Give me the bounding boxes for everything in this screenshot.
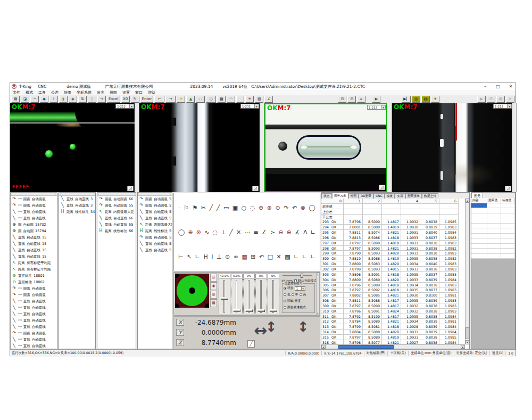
palette-tool-icon[interactable]: ⊗ [301, 204, 305, 211]
palette-tool-icon[interactable]: ▭ [223, 204, 229, 211]
table-row[interactable]: 313OK7.87998.50811.48181.09280.80391.098… [321, 324, 465, 330]
palette-tool-icon[interactable]: ∟ [195, 253, 200, 260]
palette-tool-icon[interactable]: ▣ [232, 204, 238, 211]
palette-tool-icon[interactable]: ∟ [311, 253, 315, 260]
palette-tool-icon[interactable]: ╱ [210, 204, 213, 211]
toolbar-button-print-disabled[interactable]: ▤ [496, 96, 505, 103]
palette-tool-icon[interactable]: ∠ [262, 229, 267, 236]
toolbar-button-lasso[interactable]: ◠ [227, 96, 235, 103]
light-channel-slider[interactable]: 0% [243, 274, 255, 314]
element-list-item[interactable]: ↷圆弧自动圆弧55 [138, 202, 172, 209]
tab-primitives[interactable]: 图元 [471, 193, 483, 198]
light-channel-slider[interactable]: 0.0% [231, 274, 243, 314]
element-list-item[interactable]: ⊖直径标注18802 [11, 279, 57, 285]
palette-tool-icon[interactable]: ≡ [253, 229, 258, 236]
element-list-item[interactable]: ↷***圆弧自动圆弧 [11, 292, 57, 298]
toolbar-button-dashed-path[interactable]: ╌ [30, 96, 39, 103]
palette-tool-icon[interactable]: ⚐ [184, 204, 189, 211]
table-row[interactable]: 306OK7.87978.50921.48181.09350.80371.098… [321, 287, 465, 293]
element-list-item[interactable]: ╲直线自动直线55 [138, 241, 172, 247]
scroll-up-icon[interactable]: ▴ [317, 273, 319, 276]
element-list-item[interactable]: ⊖直径标注18801 [11, 273, 57, 279]
element-list-item[interactable]: ╲直线自动直线3 [59, 202, 95, 209]
table-horizontal-scrollbar[interactable]: ◂ ▸ [321, 344, 465, 349]
element-list-item[interactable]: ╲直线自动直线66 [97, 215, 136, 221]
element-list-item[interactable]: ╲直线自动直线3 [59, 196, 95, 202]
element-list-item[interactable]: ╲直线自动直线15 [11, 253, 57, 260]
detail-row[interactable] [471, 238, 515, 244]
scroll-right-icon[interactable]: › [94, 193, 95, 195]
close-button[interactable]: ✕ [507, 84, 514, 89]
slider-thumb[interactable] [233, 309, 240, 312]
element-list-item[interactable]: ╲直线自动直线55 [138, 215, 172, 221]
slider-thumb[interactable] [270, 309, 277, 312]
element-list-item[interactable]: ╲***直线自动直线 [11, 317, 57, 324]
camera-resize-icon[interactable]: ◿ [252, 186, 259, 191]
palette-tool-icon[interactable]: ⊥ [221, 229, 226, 236]
toolbar-button-chart-axes[interactable]: ∠ [264, 96, 273, 103]
element-list-item[interactable]: ↷***圆弧自动圆弧 [11, 196, 57, 202]
palette-tool-icon[interactable]: H [203, 253, 207, 260]
table-row[interactable]: 300OK7.88108.50861.48191.09350.80381.098… [321, 256, 465, 261]
palette-tool-icon[interactable]: ↶ [292, 204, 297, 211]
element-list-item[interactable]: ╲***直线自动直线 [11, 343, 57, 349]
table-row[interactable]: 294OK7.88018.50801.48191.09300.80391.098… [321, 225, 465, 230]
menu-item[interactable]: 设置 [120, 90, 132, 95]
palette-tool-icon[interactable]: ▦ [242, 253, 247, 260]
toolbar-button-excel-export[interactable]: Excel [107, 96, 120, 103]
scroll-right-icon[interactable]: › [170, 193, 171, 195]
toolbar-button-probe[interactable]: ◆ [40, 96, 48, 103]
jog-z-arrows-icon[interactable]: ↕ [297, 319, 309, 335]
toolbar-button-save[interactable]: ▤ [11, 96, 20, 103]
element-list-item[interactable]: ↷***圆弧自动圆弧 [11, 285, 57, 292]
toolbar-button-block-b[interactable]: ▯ [88, 96, 96, 103]
palette-tool-icon[interactable]: ◌ [250, 204, 255, 211]
menu-item[interactable]: 坐标系统 [74, 90, 94, 95]
palette-tool-icon[interactable]: ◯ [309, 204, 315, 211]
element-list-item[interactable]: ↷圆弧自动圆弧55 [138, 234, 172, 241]
ring-radio[interactable] [284, 287, 286, 290]
element-list-item[interactable]: ↷圆弧自动圆弧66 [97, 196, 136, 202]
palette-tool-icon[interactable]: ≻ [270, 229, 275, 236]
palette-tool-icon[interactable]: ⊙ [276, 204, 280, 211]
element-list-item[interactable]: ╲***直线自动直线 [11, 215, 57, 221]
toolbar-button-laser-star[interactable]: ✳ [245, 96, 254, 103]
menu-item[interactable]: 效光 [94, 90, 107, 95]
slider-thumb[interactable] [221, 297, 228, 300]
element-list-item[interactable]: ↖距离所有标记平均距 [11, 260, 57, 266]
toolbar-button-save-disabled[interactable]: ⊟ [487, 96, 495, 103]
element-list-item[interactable]: ╲直线自动直线55 [97, 221, 136, 228]
toolbar-button-pause[interactable]: ▮▮ [421, 96, 430, 103]
scroll-down-icon[interactable]: ▾ [317, 312, 319, 315]
light-mode-button[interactable]: ◉ [210, 282, 217, 290]
scroll-left-icon[interactable]: ‹ [11, 193, 12, 195]
color-cal-radio[interactable] [284, 306, 286, 309]
toolbar-button-replay[interactable]: ▶ [477, 96, 486, 103]
toolbar-button-light-bulb[interactable]: ☀ [177, 96, 185, 103]
camera-range-dropdown[interactable]: 1-213▾ [367, 105, 386, 110]
menu-item[interactable]: 拼图 [107, 90, 120, 95]
palette-tool-icon[interactable]: ⊕ [188, 229, 193, 236]
palette-tool-icon[interactable]: ⚑ [192, 204, 197, 211]
element-list-item[interactable]: ↷***圆弧自动圆弧 [11, 202, 57, 209]
palette-tool-icon[interactable]: · [178, 204, 180, 211]
table-row[interactable]: 304OK7.88098.50891.48201.09330.80391.098… [321, 277, 465, 283]
palette-tool-icon[interactable]: ⊖ [278, 229, 283, 236]
palette-tool-icon[interactable]: ◌ [213, 229, 218, 236]
toolbar-button-probe-alert[interactable]: ◈ [69, 96, 77, 103]
table-row[interactable]: 305OK7.87968.50891.48181.09340.80381.098… [321, 283, 465, 288]
toolbar-button-tools-hammer[interactable]: ♦ [431, 96, 439, 103]
table-row[interactable]: 296OK7.88138.50861.48181.09330.80371.098… [321, 235, 465, 241]
toolbar-button-block-a[interactable]: ▮ [59, 96, 68, 103]
palette-tool-icon[interactable]: ⊞ [251, 253, 255, 260]
light-mode-button[interactable]: ▩ [210, 299, 217, 307]
light-channel-slider[interactable]: 0% [255, 274, 267, 314]
toolbar-button-copy-pages[interactable]: ⊞ [347, 96, 356, 103]
toolbar-button-magnifier[interactable]: ○ [206, 96, 216, 103]
element-list-item[interactable]: ↷***圆弧自动圆弧 [11, 330, 57, 336]
toolbar-button-minus-minus[interactable]: - - [196, 96, 205, 103]
toolbar-button-run[interactable]: ▶ [372, 96, 380, 103]
light-mode-button[interactable]: ◎ [210, 274, 217, 282]
toolbar-button-stop[interactable]: ■ [412, 96, 420, 103]
toolbar-button-move-vertical[interactable]: ⇅ [78, 96, 87, 103]
